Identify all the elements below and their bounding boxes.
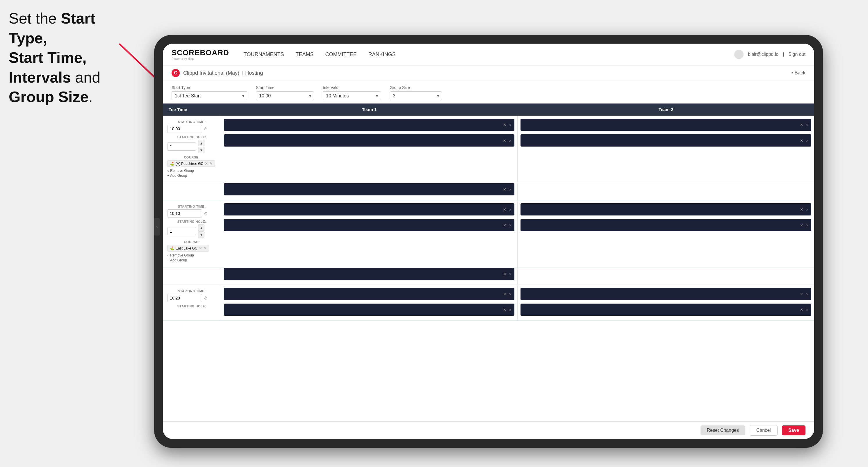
- starting-hole-input-1[interactable]: [167, 143, 196, 151]
- hole-decrement-2[interactable]: ▾: [198, 231, 205, 238]
- team1-col-2: ✕ ○ ✕ ○: [221, 200, 518, 268]
- player-edit-icon-1-5[interactable]: ○: [508, 187, 511, 192]
- hole-increment-2[interactable]: ▴: [198, 224, 205, 231]
- hosting-label: Hosting: [245, 70, 263, 76]
- player-row-2-2: ✕ ○: [224, 219, 515, 231]
- intervals-label: Intervals: [323, 85, 381, 90]
- player-remove-icon-1-4[interactable]: ✕: [800, 138, 803, 143]
- group-left-1: STARTING TIME: ⏱ STARTING HOLE: ▴ ▾ COUR…: [163, 116, 221, 183]
- group-left-extra-1: [163, 183, 221, 200]
- add-group-1[interactable]: +Add Group: [167, 174, 216, 178]
- player-remove-icon-2-1[interactable]: ✕: [503, 207, 506, 212]
- player-edit-icon-2-2[interactable]: ○: [508, 223, 511, 227]
- clock-icon-3[interactable]: ⏱: [204, 296, 208, 300]
- group-left-3: STARTING TIME: ⏱ STARTING HOLE:: [163, 285, 221, 320]
- team1-extra-row-2: ✕ ○: [221, 268, 518, 285]
- player-remove-icon-2-2[interactable]: ✕: [503, 223, 506, 227]
- hole-decrement-1[interactable]: ▾: [198, 147, 205, 153]
- starting-hole-input-row-2: ▴ ▾: [167, 224, 216, 238]
- course-icon-1: ⛳: [170, 162, 174, 166]
- player-remove-icon-1-1[interactable]: ✕: [503, 123, 506, 127]
- course-label-2: COURSE:: [167, 240, 216, 244]
- starting-time-input-2[interactable]: [167, 209, 202, 218]
- nav-links: TOURNAMENTS TEAMS COMMITTEE RANKINGS: [244, 50, 734, 59]
- player-actions-2-2: ✕ ○: [503, 223, 511, 227]
- remove-group-2[interactable]: ○Remove Group: [167, 253, 216, 257]
- player-edit-icon-2-3[interactable]: ○: [805, 207, 808, 212]
- team2-col-2: ✕ ○ ✕ ○: [518, 200, 814, 268]
- team1-extra-row-1: ✕ ○: [221, 183, 518, 200]
- team2-players-2: ✕ ○ ✕ ○: [521, 203, 811, 233]
- player-edit-icon-3-3[interactable]: ○: [805, 292, 808, 296]
- player-edit-icon-1-2[interactable]: ○: [508, 138, 511, 143]
- course-edit-2[interactable]: ✎: [204, 246, 207, 250]
- player-edit-icon-2-4[interactable]: ○: [805, 223, 808, 227]
- starting-time-input-3[interactable]: [167, 294, 202, 302]
- player-edit-icon-2-1[interactable]: ○: [508, 207, 511, 212]
- nav-committee[interactable]: COMMITTEE: [326, 50, 357, 59]
- remove-group-1[interactable]: ○Remove Group: [167, 169, 216, 173]
- course-remove-1[interactable]: ✕: [205, 161, 208, 166]
- group-left-extra-2: [163, 268, 221, 285]
- navbar: SCOREBOARD Powered by clipp TOURNAMENTS …: [163, 43, 814, 65]
- starting-hole-label-2: STARTING HOLE:: [167, 220, 216, 223]
- hole-increment-1[interactable]: ▴: [198, 140, 205, 146]
- player-row-2-4: ✕ ○: [521, 219, 811, 231]
- player-remove-icon-3-4[interactable]: ✕: [800, 308, 803, 312]
- player-edit-icon-1-4[interactable]: ○: [805, 138, 808, 143]
- player-remove-icon-1-2[interactable]: ✕: [503, 138, 506, 143]
- group-row-3: STARTING TIME: ⏱ STARTING HOLE: ✕ ○: [163, 285, 814, 321]
- sidebar-toggle[interactable]: ›: [154, 218, 160, 236]
- start-time-select[interactable]: 10:00 09:00 11:00: [256, 91, 314, 100]
- nav-rankings[interactable]: RANKINGS: [368, 50, 396, 59]
- nav-right: blair@clippd.io | Sign out: [734, 50, 805, 59]
- instruction-bold4: Group Size: [9, 88, 88, 105]
- player-row-1-1: ✕ ○: [224, 119, 515, 131]
- player-edit-icon-2-5[interactable]: ○: [508, 272, 511, 276]
- course-edit-1[interactable]: ✎: [209, 161, 213, 166]
- start-type-select-wrapper: 1st Tee Start Shotgun Start: [172, 91, 247, 100]
- start-time-select-wrapper: 10:00 09:00 11:00: [256, 91, 314, 100]
- player-remove-icon-1-5[interactable]: ✕: [503, 187, 506, 192]
- course-remove-2[interactable]: ✕: [199, 246, 202, 250]
- add-group-2[interactable]: +Add Group: [167, 258, 216, 262]
- player-remove-icon-1-3[interactable]: ✕: [800, 123, 803, 127]
- start-type-select[interactable]: 1st Tee Start Shotgun Start: [172, 91, 247, 100]
- player-remove-icon-2-5[interactable]: ✕: [503, 272, 506, 276]
- back-button[interactable]: ‹ Back: [792, 70, 805, 76]
- sign-out-link[interactable]: Sign out: [788, 52, 805, 57]
- starting-time-input-1[interactable]: [167, 125, 202, 133]
- player-edit-icon-3-1[interactable]: ○: [508, 292, 511, 296]
- table-header: Tee Time Team 1 Team 2: [163, 103, 814, 116]
- player-remove-icon-3-3[interactable]: ✕: [800, 292, 803, 296]
- cancel-button[interactable]: Cancel: [750, 425, 778, 436]
- tournament-name[interactable]: Clippd Invitational (May): [183, 70, 239, 76]
- player-remove-icon-3-1[interactable]: ✕: [503, 292, 506, 296]
- player-remove-icon-2-4[interactable]: ✕: [800, 223, 803, 227]
- nav-teams[interactable]: TEAMS: [296, 50, 313, 59]
- player-edit-icon-1-3[interactable]: ○: [805, 123, 808, 127]
- player-actions-2-3: ✕ ○: [800, 207, 808, 212]
- nav-tournaments[interactable]: TOURNAMENTS: [244, 50, 284, 59]
- group-row-1: STARTING TIME: ⏱ STARTING HOLE: ▴ ▾ COUR…: [163, 116, 814, 183]
- player-remove-icon-3-2[interactable]: ✕: [503, 308, 506, 312]
- player-actions-1-3: ✕ ○: [800, 123, 808, 127]
- player-edit-icon-1-1[interactable]: ○: [508, 123, 511, 127]
- group-size-select[interactable]: 3 2 4: [390, 91, 442, 100]
- course-label-1: COURSE:: [167, 156, 216, 159]
- starting-time-label-2: STARTING TIME:: [167, 205, 216, 208]
- starting-hole-input-2[interactable]: [167, 227, 196, 235]
- save-button[interactable]: Save: [782, 426, 805, 435]
- clock-icon-2[interactable]: ⏱: [204, 211, 208, 216]
- clock-icon-1[interactable]: ⏱: [204, 127, 208, 131]
- player-remove-icon-2-3[interactable]: ✕: [800, 207, 803, 212]
- instruction-and: and: [71, 69, 100, 86]
- logo-text: SCOREBOARD: [172, 48, 229, 57]
- reset-changes-button[interactable]: Reset Changes: [701, 426, 745, 435]
- player-edit-icon-3-2[interactable]: ○: [508, 308, 511, 312]
- instruction-text: Set the Start Type, Start Time, Interval…: [9, 9, 131, 107]
- group-left-2: STARTING TIME: ⏱ STARTING HOLE: ▴ ▾ COUR…: [163, 200, 221, 268]
- intervals-select[interactable]: 10 Minutes 8 Minutes 12 Minutes: [323, 91, 381, 100]
- team1-players-3: ✕ ○ ✕ ○: [224, 288, 515, 317]
- player-edit-icon-3-4[interactable]: ○: [805, 308, 808, 312]
